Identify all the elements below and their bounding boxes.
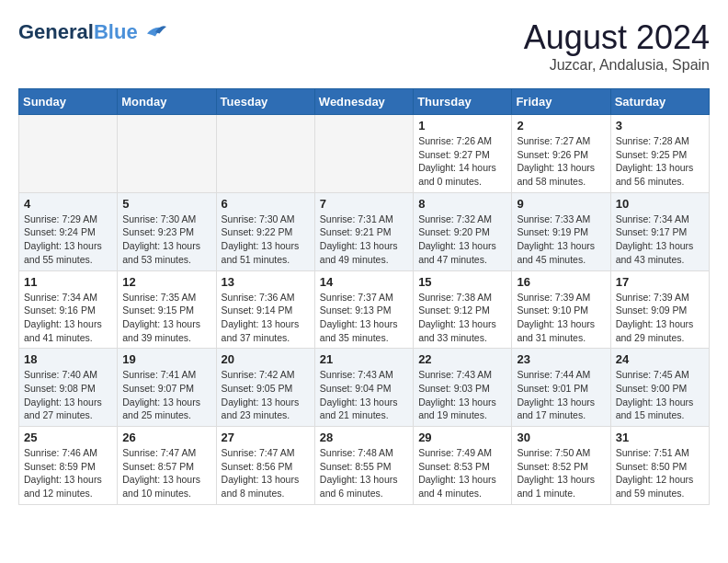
calendar-day-cell: 6Sunrise: 7:30 AM Sunset: 9:22 PM Daylig…: [216, 192, 314, 270]
day-number: 3: [616, 119, 704, 132]
day-number: 23: [517, 352, 605, 366]
calendar-day-cell: 22Sunrise: 7:43 AM Sunset: 9:03 PM Dayli…: [414, 349, 512, 427]
day-number: 21: [320, 352, 408, 366]
calendar-day-cell: 14Sunrise: 7:37 AM Sunset: 9:13 PM Dayli…: [314, 270, 413, 349]
calendar-day-cell: 23Sunrise: 7:44 AM Sunset: 9:01 PM Dayli…: [512, 349, 610, 427]
calendar-day-cell: 15Sunrise: 7:38 AM Sunset: 9:12 PM Dayli…: [414, 270, 512, 349]
day-info: Sunrise: 7:28 AM Sunset: 9:25 PM Dayligh…: [616, 134, 704, 189]
day-number: 28: [320, 431, 408, 444]
title-block: August 2024 Juzcar, Andalusia, Spain: [524, 18, 710, 74]
calendar-week-row: 4Sunrise: 7:29 AM Sunset: 9:24 PM Daylig…: [19, 192, 710, 270]
day-info: Sunrise: 7:41 AM Sunset: 9:07 PM Dayligh…: [122, 368, 210, 422]
calendar-day-cell: 30Sunrise: 7:50 AM Sunset: 8:52 PM Dayli…: [512, 427, 610, 505]
weekday-header-saturday: Saturday: [610, 89, 709, 115]
day-info: Sunrise: 7:31 AM Sunset: 9:21 PM Dayligh…: [320, 213, 408, 267]
day-info: Sunrise: 7:39 AM Sunset: 9:10 PM Dayligh…: [517, 291, 605, 345]
day-info: Sunrise: 7:39 AM Sunset: 9:09 PM Dayligh…: [616, 291, 704, 345]
day-info: Sunrise: 7:44 AM Sunset: 9:01 PM Dayligh…: [517, 368, 605, 422]
day-info: Sunrise: 7:40 AM Sunset: 9:08 PM Dayligh…: [24, 368, 112, 422]
calendar-day-cell: 16Sunrise: 7:39 AM Sunset: 9:10 PM Dayli…: [512, 270, 610, 349]
calendar-day-cell: 5Sunrise: 7:30 AM Sunset: 9:23 PM Daylig…: [118, 192, 216, 270]
page-header: GeneralBlue August 2024 Juzcar, Andalusi…: [18, 18, 710, 74]
calendar-day-cell: 4Sunrise: 7:29 AM Sunset: 9:24 PM Daylig…: [19, 192, 118, 270]
day-number: 31: [616, 431, 704, 444]
calendar-day-cell: [216, 115, 314, 193]
calendar-day-cell: 28Sunrise: 7:48 AM Sunset: 8:55 PM Dayli…: [314, 427, 413, 505]
calendar-day-cell: 25Sunrise: 7:46 AM Sunset: 8:59 PM Dayli…: [19, 427, 118, 505]
day-number: 5: [122, 197, 210, 211]
day-number: 25: [24, 431, 112, 444]
weekday-header-sunday: Sunday: [19, 89, 118, 115]
calendar-day-cell: 7Sunrise: 7:31 AM Sunset: 9:21 PM Daylig…: [314, 192, 413, 270]
day-number: 20: [222, 352, 310, 366]
day-number: 12: [122, 275, 210, 289]
day-info: Sunrise: 7:46 AM Sunset: 8:59 PM Dayligh…: [24, 446, 112, 500]
day-info: Sunrise: 7:34 AM Sunset: 9:16 PM Dayligh…: [24, 291, 112, 345]
day-number: 8: [418, 197, 506, 211]
calendar-day-cell: 11Sunrise: 7:34 AM Sunset: 9:16 PM Dayli…: [19, 270, 118, 349]
calendar-day-cell: [19, 115, 118, 193]
calendar-day-cell: 31Sunrise: 7:51 AM Sunset: 8:50 PM Dayli…: [610, 427, 709, 505]
logo-text: GeneralBlue: [18, 22, 138, 42]
day-number: 9: [517, 197, 605, 211]
day-number: 7: [320, 197, 408, 211]
logo-bird-icon: [142, 18, 169, 46]
day-info: Sunrise: 7:30 AM Sunset: 9:22 PM Dayligh…: [222, 213, 310, 267]
calendar-day-cell: 1Sunrise: 7:26 AM Sunset: 9:27 PM Daylig…: [414, 115, 512, 193]
calendar-week-row: 1Sunrise: 7:26 AM Sunset: 9:27 PM Daylig…: [19, 115, 710, 193]
calendar-day-cell: [118, 115, 216, 193]
month-year-title: August 2024: [524, 18, 710, 57]
day-info: Sunrise: 7:36 AM Sunset: 9:14 PM Dayligh…: [222, 291, 310, 345]
day-number: 26: [122, 431, 210, 444]
weekday-header-thursday: Thursday: [414, 89, 512, 115]
calendar-day-cell: 19Sunrise: 7:41 AM Sunset: 9:07 PM Dayli…: [118, 349, 216, 427]
day-info: Sunrise: 7:42 AM Sunset: 9:05 PM Dayligh…: [222, 368, 310, 422]
day-number: 2: [517, 119, 605, 132]
day-info: Sunrise: 7:26 AM Sunset: 9:27 PM Dayligh…: [418, 134, 506, 189]
day-number: 15: [418, 275, 506, 289]
day-info: Sunrise: 7:50 AM Sunset: 8:52 PM Dayligh…: [517, 446, 605, 500]
weekday-header-row: SundayMondayTuesdayWednesdayThursdayFrid…: [19, 89, 710, 115]
calendar-day-cell: [314, 115, 413, 193]
day-info: Sunrise: 7:29 AM Sunset: 9:24 PM Dayligh…: [24, 213, 112, 267]
day-number: 13: [222, 275, 310, 289]
calendar-week-row: 11Sunrise: 7:34 AM Sunset: 9:16 PM Dayli…: [19, 270, 710, 349]
day-info: Sunrise: 7:38 AM Sunset: 9:12 PM Dayligh…: [418, 291, 506, 345]
calendar-day-cell: 2Sunrise: 7:27 AM Sunset: 9:26 PM Daylig…: [512, 115, 610, 193]
day-info: Sunrise: 7:47 AM Sunset: 8:57 PM Dayligh…: [122, 446, 210, 500]
day-number: 1: [418, 119, 506, 132]
day-number: 17: [616, 275, 704, 289]
day-number: 18: [24, 352, 112, 366]
calendar-day-cell: 3Sunrise: 7:28 AM Sunset: 9:25 PM Daylig…: [610, 115, 709, 193]
calendar-day-cell: 13Sunrise: 7:36 AM Sunset: 9:14 PM Dayli…: [216, 270, 314, 349]
day-info: Sunrise: 7:43 AM Sunset: 9:04 PM Dayligh…: [320, 368, 408, 422]
weekday-header-monday: Monday: [118, 89, 216, 115]
calendar-table: SundayMondayTuesdayWednesdayThursdayFrid…: [18, 88, 710, 505]
day-number: 6: [222, 197, 310, 211]
day-number: 22: [418, 352, 506, 366]
day-info: Sunrise: 7:48 AM Sunset: 8:55 PM Dayligh…: [320, 446, 408, 500]
day-number: 16: [517, 275, 605, 289]
day-number: 29: [418, 431, 506, 444]
day-info: Sunrise: 7:30 AM Sunset: 9:23 PM Dayligh…: [122, 213, 210, 267]
day-number: 19: [122, 352, 210, 366]
weekday-header-wednesday: Wednesday: [314, 89, 413, 115]
calendar-day-cell: 17Sunrise: 7:39 AM Sunset: 9:09 PM Dayli…: [610, 270, 709, 349]
day-number: 30: [517, 431, 605, 444]
calendar-day-cell: 12Sunrise: 7:35 AM Sunset: 9:15 PM Dayli…: [118, 270, 216, 349]
day-info: Sunrise: 7:33 AM Sunset: 9:19 PM Dayligh…: [517, 213, 605, 267]
calendar-day-cell: 27Sunrise: 7:47 AM Sunset: 8:56 PM Dayli…: [216, 427, 314, 505]
day-info: Sunrise: 7:37 AM Sunset: 9:13 PM Dayligh…: [320, 291, 408, 345]
calendar-day-cell: 20Sunrise: 7:42 AM Sunset: 9:05 PM Dayli…: [216, 349, 314, 427]
day-number: 4: [24, 197, 112, 211]
day-info: Sunrise: 7:27 AM Sunset: 9:26 PM Dayligh…: [517, 134, 605, 189]
day-info: Sunrise: 7:32 AM Sunset: 9:20 PM Dayligh…: [418, 213, 506, 267]
day-number: 24: [616, 352, 704, 366]
calendar-day-cell: 9Sunrise: 7:33 AM Sunset: 9:19 PM Daylig…: [512, 192, 610, 270]
day-info: Sunrise: 7:47 AM Sunset: 8:56 PM Dayligh…: [222, 446, 310, 500]
calendar-day-cell: 29Sunrise: 7:49 AM Sunset: 8:53 PM Dayli…: [414, 427, 512, 505]
calendar-day-cell: 21Sunrise: 7:43 AM Sunset: 9:04 PM Dayli…: [314, 349, 413, 427]
calendar-week-row: 18Sunrise: 7:40 AM Sunset: 9:08 PM Dayli…: [19, 349, 710, 427]
location-subtitle: Juzcar, Andalusia, Spain: [524, 57, 710, 74]
day-number: 14: [320, 275, 408, 289]
